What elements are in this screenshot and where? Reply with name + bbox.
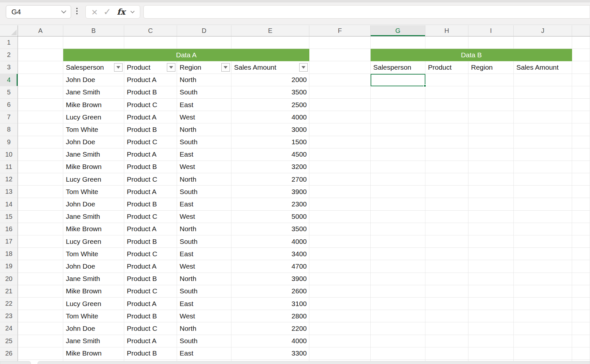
cell-J11[interactable] bbox=[514, 161, 572, 173]
cell-D15[interactable]: West bbox=[177, 211, 231, 223]
cell-J18[interactable] bbox=[514, 248, 572, 260]
cell-J22[interactable] bbox=[514, 298, 572, 310]
row-header-18[interactable]: 18 bbox=[0, 248, 18, 260]
row-header-10[interactable]: 10 bbox=[0, 148, 18, 161]
cell-D3[interactable]: Region bbox=[177, 61, 231, 74]
horizontal-scrollbar[interactable] bbox=[37, 361, 590, 364]
cell-A3[interactable] bbox=[18, 61, 63, 74]
cell-F1[interactable] bbox=[309, 36, 371, 49]
row-header-16[interactable]: 16 bbox=[0, 223, 18, 235]
cell-D11[interactable]: West bbox=[177, 161, 231, 173]
cell-B10[interactable]: Jane Smith bbox=[63, 148, 124, 161]
cell-B6[interactable]: Mike Brown bbox=[63, 99, 124, 111]
cell-D13[interactable]: South bbox=[177, 186, 231, 198]
cell-G19[interactable] bbox=[371, 260, 425, 273]
cell-I21[interactable] bbox=[468, 285, 514, 298]
cell-J7[interactable] bbox=[514, 111, 572, 123]
row-header-4[interactable]: 4 bbox=[0, 74, 18, 86]
cell-B17[interactable]: Lucy Green bbox=[63, 235, 124, 248]
cell-D23[interactable]: West bbox=[177, 310, 231, 322]
cell-F4[interactable] bbox=[309, 74, 371, 86]
cell-H10[interactable] bbox=[425, 148, 468, 161]
cell-A8[interactable] bbox=[18, 123, 63, 136]
cell-E19[interactable]: 4700 bbox=[231, 260, 309, 273]
cell-G4[interactable] bbox=[371, 74, 425, 86]
cell-G9[interactable] bbox=[371, 136, 425, 148]
cell-J10[interactable] bbox=[514, 148, 572, 161]
cell-K6[interactable] bbox=[572, 99, 590, 111]
cell-I14[interactable] bbox=[468, 198, 514, 210]
cell-I10[interactable] bbox=[468, 148, 514, 161]
cell-B19[interactable]: John Doe bbox=[63, 260, 124, 273]
cell-J4[interactable] bbox=[514, 74, 572, 86]
row-header-21[interactable]: 21 bbox=[0, 285, 18, 298]
cell-K14[interactable] bbox=[572, 198, 590, 210]
cell-C16[interactable]: Product A bbox=[124, 223, 177, 235]
cell-C3[interactable]: Product bbox=[124, 61, 177, 74]
column-header-D[interactable]: D bbox=[177, 25, 231, 36]
cell-G15[interactable] bbox=[371, 211, 425, 223]
cell-K18[interactable] bbox=[572, 248, 590, 260]
cell-I20[interactable] bbox=[468, 273, 514, 285]
cell-F14[interactable] bbox=[309, 198, 371, 210]
cell-H1[interactable] bbox=[425, 36, 468, 49]
cell-C8[interactable]: Product B bbox=[124, 123, 177, 136]
cell-A5[interactable] bbox=[18, 86, 63, 99]
cell-H14[interactable] bbox=[425, 198, 468, 210]
name-box[interactable]: G4 bbox=[6, 5, 71, 19]
cell-F20[interactable] bbox=[309, 273, 371, 285]
cell-F12[interactable] bbox=[309, 173, 371, 186]
cell-F24[interactable] bbox=[309, 322, 371, 335]
cell-K16[interactable] bbox=[572, 223, 590, 235]
cell-F21[interactable] bbox=[309, 285, 371, 298]
cell-F22[interactable] bbox=[309, 298, 371, 310]
cell-E8[interactable]: 3000 bbox=[231, 123, 309, 136]
cell-B12[interactable]: Lucy Green bbox=[63, 173, 124, 186]
cell-A1[interactable] bbox=[18, 36, 63, 49]
cell-B3[interactable]: Salesperson bbox=[63, 61, 124, 74]
cell-I6[interactable] bbox=[468, 99, 514, 111]
cell-D7[interactable]: West bbox=[177, 111, 231, 123]
cell-F5[interactable] bbox=[309, 86, 371, 99]
cell-K9[interactable] bbox=[572, 136, 590, 148]
cell-E6[interactable]: 2500 bbox=[231, 99, 309, 111]
cell-I24[interactable] bbox=[468, 322, 514, 335]
cell-F19[interactable] bbox=[309, 260, 371, 273]
cell-A6[interactable] bbox=[18, 99, 63, 111]
cell-D6[interactable]: East bbox=[177, 99, 231, 111]
cell-B24[interactable]: John Doe bbox=[63, 322, 124, 335]
cell-E22[interactable]: 3100 bbox=[231, 298, 309, 310]
cell-D20[interactable]: North bbox=[177, 273, 231, 285]
cell-I4[interactable] bbox=[468, 74, 514, 86]
cell-G26[interactable] bbox=[371, 347, 425, 360]
cancel-button[interactable]: × bbox=[92, 7, 98, 17]
cell-I3[interactable]: Region bbox=[468, 61, 514, 74]
column-header-partial[interactable] bbox=[572, 25, 590, 36]
cell-B4[interactable]: John Doe bbox=[63, 74, 124, 86]
cell-J16[interactable] bbox=[514, 223, 572, 235]
cell-B13[interactable]: Tom White bbox=[63, 186, 124, 198]
cell-I13[interactable] bbox=[468, 186, 514, 198]
cell-A2[interactable] bbox=[18, 49, 63, 61]
cell-H23[interactable] bbox=[425, 310, 468, 322]
cell-J3[interactable]: Sales Amount bbox=[514, 61, 572, 74]
cell-K20[interactable] bbox=[572, 273, 590, 285]
cell-K25[interactable] bbox=[572, 335, 590, 347]
cell-G3[interactable]: Salesperson bbox=[371, 61, 425, 74]
cell-F11[interactable] bbox=[309, 161, 371, 173]
cell-F18[interactable] bbox=[309, 248, 371, 260]
cell-C20[interactable]: Product B bbox=[124, 273, 177, 285]
cell-C12[interactable]: Product C bbox=[124, 173, 177, 186]
cell-E23[interactable]: 2800 bbox=[231, 310, 309, 322]
cell-E5[interactable]: 3500 bbox=[231, 86, 309, 99]
row-header-26[interactable]: 26 bbox=[0, 347, 18, 360]
cell-K3[interactable] bbox=[572, 61, 590, 74]
cell-B20[interactable]: Jane Smith bbox=[63, 273, 124, 285]
cell-C25[interactable]: Product A bbox=[124, 335, 177, 347]
cell-B15[interactable]: Jane Smith bbox=[63, 211, 124, 223]
column-header-A[interactable]: A bbox=[18, 25, 63, 36]
row-header-2[interactable]: 2 bbox=[0, 49, 18, 61]
cell-E25[interactable]: 4000 bbox=[231, 335, 309, 347]
cell-D14[interactable]: East bbox=[177, 198, 231, 210]
cell-K21[interactable] bbox=[572, 285, 590, 298]
